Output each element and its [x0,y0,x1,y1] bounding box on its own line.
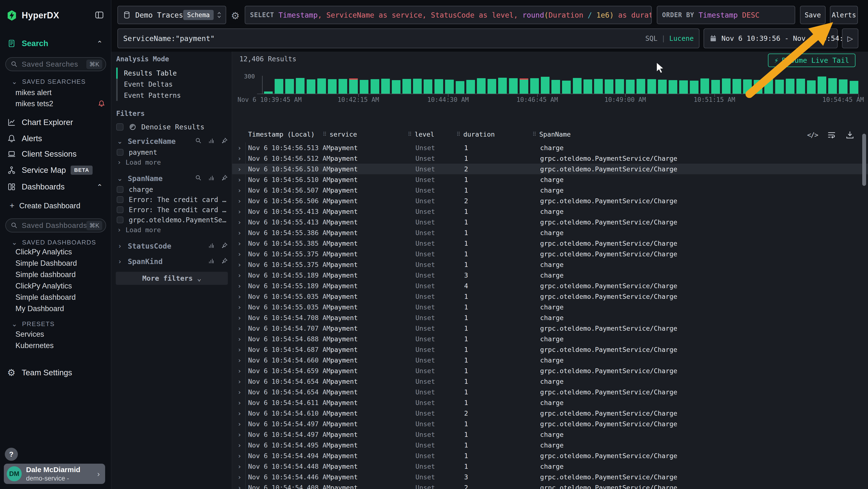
saved-searches-input[interactable]: Saved Searches ⌘K [5,57,106,71]
table-row[interactable]: ›Nov 6 10:54:54.654 AMpaymentUnset1charg… [232,376,868,387]
filter-group-spankind[interactable]: ›SpanKind [116,255,228,267]
run-query-button[interactable]: ▷ [842,28,858,48]
saved-dashboard-item[interactable]: Simple Dashboard [16,259,77,268]
row-expand-icon[interactable]: › [238,408,246,419]
row-expand-icon[interactable]: › [238,142,246,153]
table-row[interactable]: ›Nov 6 10:54:54.611 AMpaymentUnset1charg… [232,397,868,408]
filter-group-statuscode[interactable]: ›StatusCode [116,240,228,252]
row-expand-icon[interactable]: › [238,461,246,471]
drag-handle-icon[interactable]: ⠿ [532,131,536,137]
load-more-button[interactable]: ›Load more [116,157,228,167]
row-expand-icon[interactable]: › [238,227,246,238]
row-expand-icon[interactable]: › [238,270,246,281]
saved-search-item[interactable]: mikes alert [16,88,107,97]
row-expand-icon[interactable]: › [238,249,246,259]
table-row[interactable]: ›Nov 6 10:54:54.494 AMpaymentUnset1grpc.… [232,450,868,461]
sidebar-item-search[interactable]: Search ⌃ [0,36,112,51]
row-expand-icon[interactable]: › [238,387,246,397]
row-expand-icon[interactable]: › [238,366,246,376]
row-expand-icon[interactable]: › [238,281,246,291]
row-expand-icon[interactable]: › [238,471,246,482]
row-expand-icon[interactable]: › [238,344,246,355]
help-button[interactable]: ? [5,448,18,461]
table-row[interactable]: ›Nov 6 10:54:56.513 AMpaymentUnset1charg… [232,142,868,153]
filter-value-row[interactable]: Error: The credit card … [116,195,228,205]
pin-icon[interactable] [221,137,228,145]
table-row[interactable]: ›Nov 6 10:54:55.386 AMpaymentUnset1charg… [232,227,868,238]
filter-value-row[interactable]: Error: The credit card … [116,205,228,215]
time-range-picker[interactable]: Nov 6 10:39:56 - Nov 6 10:54:56 [704,28,838,48]
table-row[interactable]: ›Nov 6 10:54:54.408 AMpaymentUnset2grpc.… [232,482,868,489]
filter-value-checkbox[interactable] [117,186,123,193]
filter-value-checkbox[interactable] [117,217,123,223]
sidebar-item-client-sessions[interactable]: Client Sessions [0,146,112,162]
saved-dashboard-item[interactable]: Simple dashboard [16,270,76,279]
row-expand-icon[interactable]: › [238,185,246,196]
chart-icon[interactable] [208,174,215,182]
row-expand-icon[interactable]: › [238,238,246,249]
table-row[interactable]: ›Nov 6 10:54:56.507 AMpaymentUnset1charg… [232,185,868,196]
table-row[interactable]: ›Nov 6 10:54:55.035 AMpaymentUnset1grpc.… [232,291,868,302]
row-expand-icon[interactable]: › [238,217,246,227]
drag-handle-icon[interactable]: ⠿ [322,131,327,137]
chart-icon[interactable] [208,242,215,250]
table-row[interactable]: ›Nov 6 10:54:54.659 AMpaymentUnset1grpc.… [232,366,868,376]
saved-dashboard-item[interactable]: My Dashboard [16,304,64,313]
filter-group-servicename[interactable]: ⌄ServiceName [116,135,228,147]
table-row[interactable]: ›Nov 6 10:54:54.660 AMpaymentUnset1charg… [232,355,868,366]
filter-value-row[interactable]: charge [116,184,228,195]
analysis-mode-results-table[interactable]: Results Table [116,67,227,79]
table-row[interactable]: ›Nov 6 10:54:54.707 AMpaymentUnset1grpc.… [232,323,868,334]
sql-select-editor[interactable]: SELECT Timestamp, ServiceName as service… [245,6,652,24]
pin-icon[interactable] [221,242,228,250]
source-selector[interactable]: Demo Traces Schema [117,6,226,24]
denoise-results-toggle[interactable]: Denoise Results [116,121,205,133]
row-expand-icon[interactable]: › [238,419,246,429]
row-expand-icon[interactable]: › [238,196,246,206]
code-view-icon[interactable]: </> [807,131,818,139]
lang-lucene-toggle[interactable]: Lucene [669,34,694,42]
table-row[interactable]: ›Nov 6 10:54:55.375 AMpaymentUnset1charg… [232,259,868,270]
table-row[interactable]: ›Nov 6 10:54:55.189 AMpaymentUnset3charg… [232,270,868,281]
row-expand-icon[interactable]: › [238,482,246,489]
table-row[interactable]: ›Nov 6 10:54:54.688 AMpaymentUnset1charg… [232,334,868,344]
sidebar-collapse-icon[interactable] [94,10,104,20]
chart-icon[interactable] [208,258,215,265]
table-row[interactable]: ›Nov 6 10:54:56.512 AMpaymentUnset1grpc.… [232,153,868,164]
saved-dashboard-item[interactable]: ClickPy Analytics [16,282,72,290]
search-icon[interactable] [195,174,202,182]
row-expand-icon[interactable]: › [238,312,246,323]
search-icon[interactable] [195,137,202,145]
table-row[interactable]: ›Nov 6 10:54:55.189 AMpaymentUnset4grpc.… [232,281,868,291]
pin-icon[interactable] [221,174,228,182]
table-row[interactable]: ›Nov 6 10:54:56.510 AMpaymentUnset2grpc.… [232,164,868,174]
pin-icon[interactable] [221,258,228,265]
drag-handle-icon[interactable]: ⠿ [408,131,412,137]
row-expand-icon[interactable]: › [238,153,246,164]
table-row[interactable]: ›Nov 6 10:54:55.375 AMpaymentUnset1grpc.… [232,249,868,259]
gear-icon[interactable]: ⚙ [231,10,240,21]
wrap-text-icon[interactable] [827,130,836,140]
saved-dashboard-item[interactable]: ClickPy Analytics [16,248,72,256]
saved-dashboards-section[interactable]: ⌄ SAVED DASHBOARDS [11,238,96,247]
column-header-timestamp[interactable]: Timestamp (Local) [248,129,315,140]
save-button[interactable]: Save [800,6,826,24]
saved-dashboard-item[interactable]: Simple dashboard [16,293,76,302]
filter-value-checkbox[interactable] [117,196,123,203]
analysis-mode-event-deltas[interactable]: Event Deltas [116,79,227,90]
row-expand-icon[interactable]: › [238,440,246,450]
row-expand-icon[interactable]: › [238,323,246,334]
presets-section[interactable]: ⌄ PRESETS [11,320,55,328]
table-row[interactable]: ›Nov 6 10:54:55.035 AMpaymentUnset1charg… [232,302,868,312]
row-expand-icon[interactable]: › [238,174,246,185]
sidebar-item-dashboards[interactable]: Dashboards ⌃ [0,179,112,195]
search-query-input[interactable]: ServiceName:"payment" SQL | Lucene [117,28,700,48]
more-filters-button[interactable]: More filters⌄ [116,272,228,285]
table-row[interactable]: ›Nov 6 10:54:54.610 AMpaymentUnset2grpc.… [232,408,868,419]
column-header-spanname[interactable]: ⠿SpanName [532,129,571,140]
table-row[interactable]: ›Nov 6 10:54:54.446 AMpaymentUnset3grpc.… [232,471,868,482]
sidebar-item-chart-explorer[interactable]: Chart Explorer [0,115,112,130]
filter-value-row[interactable]: payment [116,147,228,157]
row-expand-icon[interactable]: › [238,450,246,461]
table-row[interactable]: ›Nov 6 10:54:55.413 AMpaymentUnset1grpc.… [232,217,868,227]
